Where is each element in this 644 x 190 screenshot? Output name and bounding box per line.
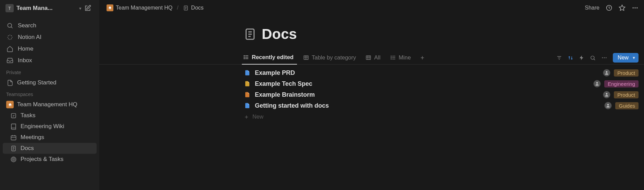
view-tab-label: All <box>374 54 380 61</box>
doc-row[interactable]: Getting started with docsGuides <box>242 100 644 111</box>
avatar <box>603 91 610 98</box>
new-row-button[interactable]: New <box>242 111 644 120</box>
view-tab-recently-edited[interactable]: Recently edited <box>242 51 297 65</box>
avatar <box>603 69 610 77</box>
doc-meta: Guides <box>604 102 639 109</box>
breadcrumb-page[interactable]: Docs <box>181 4 205 12</box>
breadcrumb-page-label: Docs <box>191 5 203 11</box>
share-button[interactable]: Share <box>585 5 599 11</box>
svg-point-52 <box>591 56 594 59</box>
list-icon <box>243 54 249 60</box>
add-view-button[interactable] <box>418 53 427 63</box>
book-icon <box>10 123 17 130</box>
breadcrumb-separator: / <box>177 5 178 11</box>
compose-icon[interactable] <box>84 5 91 12</box>
star-icon[interactable] <box>619 4 626 11</box>
filter-icon[interactable] <box>556 55 562 61</box>
check-icon <box>10 112 17 119</box>
breadcrumb: Team Management HQ / Docs <box>105 3 205 12</box>
svg-point-44 <box>391 56 391 56</box>
breadcrumb-workspace[interactable]: Team Management HQ <box>105 3 174 12</box>
doc-meta: Engineering <box>593 80 639 87</box>
svg-point-60 <box>607 104 609 106</box>
doc-icon <box>244 91 251 98</box>
svg-point-31 <box>244 57 244 57</box>
sort-icon[interactable] <box>568 55 573 61</box>
avatar <box>604 102 612 109</box>
view-tabs-row: Recently editedTable by categoryAllMine <box>99 51 644 65</box>
doc-row[interactable]: Example BrainstormProduct <box>242 89 644 100</box>
svg-rect-37 <box>366 55 371 59</box>
view-tabs: Recently editedTable by categoryAllMine <box>242 51 418 64</box>
view-tab-mine[interactable]: Mine <box>389 52 414 64</box>
svg-point-59 <box>606 93 608 95</box>
page-label: Getting Started <box>17 79 56 86</box>
svg-point-20 <box>633 7 634 8</box>
page-header: Docs <box>99 26 644 51</box>
teamspace-label: Team Management HQ <box>17 101 77 108</box>
svg-line-1 <box>11 27 12 28</box>
sidebar-item-label: Notion AI <box>18 34 41 41</box>
page-icon <box>183 5 189 11</box>
svg-point-55 <box>604 57 605 58</box>
sidebar-page-docs[interactable]: Docs <box>3 143 97 154</box>
page-icon <box>6 79 14 86</box>
doc-row[interactable]: Example Tech SpecEngineering <box>242 78 644 89</box>
tag: Engineering <box>604 80 639 87</box>
sidebar-page-meetings[interactable]: Meetings <box>3 132 97 143</box>
workspace-switcher[interactable]: T Team Mana... ▾ <box>3 3 97 14</box>
sidebar-page[interactable]: Getting Started <box>3 77 97 88</box>
table-icon <box>366 55 371 60</box>
search-icon[interactable] <box>590 55 596 61</box>
tag: Product <box>614 69 639 77</box>
more-icon[interactable] <box>632 4 639 11</box>
breadcrumb-workspace-label: Team Management HQ <box>116 5 172 11</box>
section-private: Private <box>3 66 97 77</box>
search-icon <box>6 22 14 29</box>
doc-icon <box>244 102 251 109</box>
view-actions: New ▼ <box>556 53 639 63</box>
page-title-icon <box>243 27 257 41</box>
sidebar-page-tasks[interactable]: Tasks <box>3 110 97 121</box>
sidebar-page-engineering-wiki[interactable]: Engineering Wiki <box>3 121 97 132</box>
sidebar-nav-search[interactable]: Search <box>3 20 97 31</box>
sidebar-nav-sparkle[interactable]: Notion AI <box>3 31 97 43</box>
doc-title: Example Tech Spec <box>255 80 312 87</box>
view-tab-label: Recently edited <box>252 54 294 60</box>
svg-point-22 <box>636 7 637 8</box>
view-tab-all[interactable]: All <box>364 52 384 64</box>
new-button[interactable]: New ▼ <box>613 53 639 63</box>
view-tab-label: Mine <box>399 54 411 61</box>
more-icon[interactable] <box>601 55 607 61</box>
list-icon <box>390 55 396 60</box>
sidebar-item-label: Search <box>18 22 36 29</box>
home-icon <box>107 4 113 11</box>
view-tab-table-by-category[interactable]: Table by category <box>302 52 359 64</box>
doc-row[interactable]: Example PRDProduct <box>242 67 644 78</box>
page-label: Docs <box>21 145 34 152</box>
target-icon <box>10 155 17 163</box>
chevron-down-icon: ▼ <box>632 56 636 60</box>
doc-title: Example PRD <box>255 69 295 77</box>
chevron-down-icon: ▾ <box>79 6 82 11</box>
content: Docs Recently editedTable by categoryAll… <box>99 16 644 120</box>
svg-rect-33 <box>304 55 308 59</box>
doc-title: Example Brainstorm <box>255 91 315 98</box>
doc-list: Example PRDProductExample Tech SpecEngin… <box>99 65 644 120</box>
sidebar-nav-home[interactable]: Home <box>3 43 97 55</box>
sidebar-nav-inbox[interactable]: Inbox <box>3 55 97 66</box>
svg-line-53 <box>594 59 595 60</box>
doc-title: Getting started with docs <box>255 102 329 109</box>
clock-icon[interactable] <box>606 4 612 11</box>
doc-icon <box>244 69 251 76</box>
doc-meta: Product <box>603 91 639 98</box>
lightning-icon[interactable] <box>579 55 584 60</box>
topbar-actions: Share <box>585 4 639 11</box>
teamspace-item[interactable]: Team Management HQ <box>3 99 97 110</box>
view-tab-label: Table by category <box>312 54 356 61</box>
inbox-icon <box>6 57 14 64</box>
doc-icon <box>10 145 17 152</box>
doc-icon <box>244 80 251 87</box>
sidebar-page-projects-tasks[interactable]: Projects & Tasks <box>3 154 97 165</box>
page-label: Meetings <box>21 134 44 141</box>
